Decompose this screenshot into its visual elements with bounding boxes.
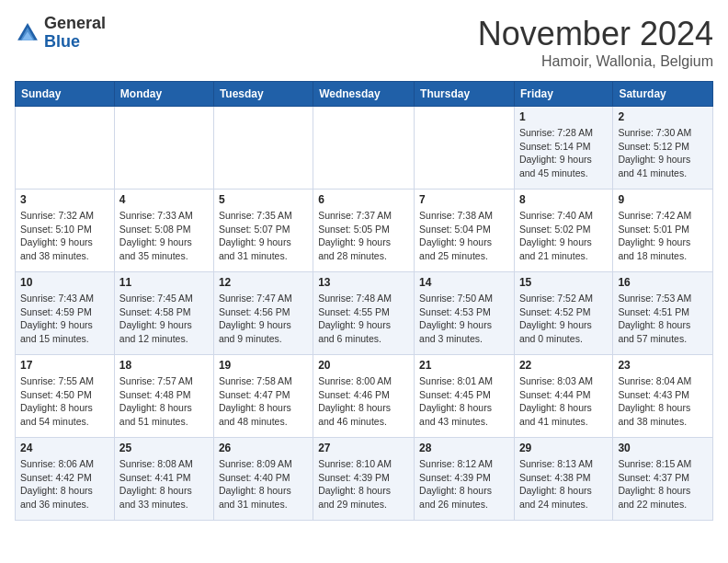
day-number: 10 <box>20 276 109 289</box>
day-info: Sunrise: 8:04 AM Sunset: 4:43 PM Dayligh… <box>618 374 708 429</box>
day-number: 30 <box>618 442 708 454</box>
calendar-cell: 4Sunrise: 7:33 AM Sunset: 5:08 PM Daylig… <box>114 190 213 272</box>
day-number: 29 <box>519 442 608 454</box>
day-info: Sunrise: 8:00 AM Sunset: 4:46 PM Dayligh… <box>318 374 409 429</box>
title-area: November 2024 Hamoir, Wallonia, Belgium <box>478 15 713 70</box>
calendar-cell: 10Sunrise: 7:43 AM Sunset: 4:59 PM Dayli… <box>16 272 115 355</box>
calendar-cell <box>114 107 213 190</box>
day-number: 12 <box>219 276 308 289</box>
calendar-cell: 14Sunrise: 7:50 AM Sunset: 4:53 PM Dayli… <box>415 272 515 355</box>
calendar-week-row: 17Sunrise: 7:55 AM Sunset: 4:50 PM Dayli… <box>16 355 713 438</box>
day-number: 23 <box>618 359 708 372</box>
day-info: Sunrise: 7:45 AM Sunset: 4:58 PM Dayligh… <box>119 292 209 346</box>
day-info: Sunrise: 7:40 AM Sunset: 5:02 PM Dayligh… <box>519 209 608 263</box>
calendar-cell: 1Sunrise: 7:28 AM Sunset: 5:14 PM Daylig… <box>514 107 612 190</box>
day-number: 20 <box>318 359 409 372</box>
day-number: 1 <box>519 110 608 123</box>
calendar-cell: 23Sunrise: 8:04 AM Sunset: 4:43 PM Dayli… <box>613 355 713 438</box>
day-number: 26 <box>219 442 308 454</box>
calendar-cell: 17Sunrise: 7:55 AM Sunset: 4:50 PM Dayli… <box>16 355 115 438</box>
day-info: Sunrise: 8:09 AM Sunset: 4:40 PM Dayligh… <box>219 457 308 511</box>
calendar-cell: 21Sunrise: 8:01 AM Sunset: 4:45 PM Dayli… <box>415 355 515 438</box>
day-info: Sunrise: 7:58 AM Sunset: 4:47 PM Dayligh… <box>219 374 308 429</box>
day-info: Sunrise: 8:15 AM Sunset: 4:37 PM Dayligh… <box>618 457 708 511</box>
day-number: 27 <box>318 442 409 454</box>
day-info: Sunrise: 8:03 AM Sunset: 4:44 PM Dayligh… <box>519 374 608 429</box>
day-info: Sunrise: 7:28 AM Sunset: 5:14 PM Dayligh… <box>519 126 608 180</box>
weekday-header: Tuesday <box>213 82 313 107</box>
day-number: 24 <box>20 442 109 454</box>
weekday-header: Wednesday <box>313 82 415 107</box>
day-info: Sunrise: 7:30 AM Sunset: 5:12 PM Dayligh… <box>618 126 708 180</box>
day-number: 11 <box>119 276 209 289</box>
weekday-header: Saturday <box>613 82 713 107</box>
weekday-header: Friday <box>514 82 612 107</box>
calendar-cell: 3Sunrise: 7:32 AM Sunset: 5:10 PM Daylig… <box>16 190 115 272</box>
location-title: Hamoir, Wallonia, Belgium <box>478 53 713 70</box>
calendar-cell: 25Sunrise: 8:08 AM Sunset: 4:41 PM Dayli… <box>114 438 213 521</box>
calendar-cell: 15Sunrise: 7:52 AM Sunset: 4:52 PM Dayli… <box>514 272 612 355</box>
day-info: Sunrise: 8:08 AM Sunset: 4:41 PM Dayligh… <box>119 457 209 511</box>
day-number: 28 <box>419 442 509 454</box>
calendar-cell: 7Sunrise: 7:38 AM Sunset: 5:04 PM Daylig… <box>415 190 515 272</box>
day-info: Sunrise: 7:32 AM Sunset: 5:10 PM Dayligh… <box>20 209 109 263</box>
month-title: November 2024 <box>478 15 713 53</box>
day-number: 21 <box>419 359 509 372</box>
calendar-cell: 11Sunrise: 7:45 AM Sunset: 4:58 PM Dayli… <box>114 272 213 355</box>
day-info: Sunrise: 8:10 AM Sunset: 4:39 PM Dayligh… <box>318 457 409 511</box>
calendar-cell <box>213 107 313 190</box>
logo-blue-text: Blue <box>44 32 80 51</box>
calendar-cell: 8Sunrise: 7:40 AM Sunset: 5:02 PM Daylig… <box>514 190 612 272</box>
day-number: 4 <box>119 193 209 206</box>
day-number: 19 <box>219 359 308 372</box>
day-info: Sunrise: 7:37 AM Sunset: 5:05 PM Dayligh… <box>318 209 409 263</box>
day-number: 14 <box>419 276 509 289</box>
day-number: 17 <box>20 359 109 372</box>
calendar-cell: 26Sunrise: 8:09 AM Sunset: 4:40 PM Dayli… <box>213 438 313 521</box>
day-info: Sunrise: 7:50 AM Sunset: 4:53 PM Dayligh… <box>419 292 509 346</box>
calendar-week-row: 10Sunrise: 7:43 AM Sunset: 4:59 PM Dayli… <box>16 272 713 355</box>
weekday-header-row: SundayMondayTuesdayWednesdayThursdayFrid… <box>16 82 713 107</box>
calendar-cell: 16Sunrise: 7:53 AM Sunset: 4:51 PM Dayli… <box>613 272 713 355</box>
calendar-cell: 5Sunrise: 7:35 AM Sunset: 5:07 PM Daylig… <box>213 190 313 272</box>
calendar-cell: 13Sunrise: 7:48 AM Sunset: 4:55 PM Dayli… <box>313 272 415 355</box>
day-number: 25 <box>119 442 209 454</box>
weekday-header: Monday <box>114 82 213 107</box>
day-number: 16 <box>618 276 708 289</box>
header: General Blue November 2024 Hamoir, Wallo… <box>15 15 713 70</box>
logo-icon <box>15 20 40 46</box>
day-info: Sunrise: 7:47 AM Sunset: 4:56 PM Dayligh… <box>219 292 308 346</box>
day-info: Sunrise: 7:33 AM Sunset: 5:08 PM Dayligh… <box>119 209 209 263</box>
day-number: 15 <box>519 276 608 289</box>
day-info: Sunrise: 7:38 AM Sunset: 5:04 PM Dayligh… <box>419 209 509 263</box>
day-number: 2 <box>618 110 708 123</box>
day-info: Sunrise: 8:06 AM Sunset: 4:42 PM Dayligh… <box>20 457 109 511</box>
logo-general-text: General <box>44 14 106 32</box>
day-info: Sunrise: 7:42 AM Sunset: 5:01 PM Dayligh… <box>618 209 708 263</box>
calendar-cell: 24Sunrise: 8:06 AM Sunset: 4:42 PM Dayli… <box>16 438 115 521</box>
day-number: 9 <box>618 193 708 206</box>
calendar-cell <box>16 107 115 190</box>
day-info: Sunrise: 8:12 AM Sunset: 4:39 PM Dayligh… <box>419 457 509 511</box>
calendar-week-row: 3Sunrise: 7:32 AM Sunset: 5:10 PM Daylig… <box>16 190 713 272</box>
calendar-cell: 9Sunrise: 7:42 AM Sunset: 5:01 PM Daylig… <box>613 190 713 272</box>
calendar-cell: 29Sunrise: 8:13 AM Sunset: 4:38 PM Dayli… <box>514 438 612 521</box>
calendar-cell <box>415 107 515 190</box>
calendar-cell: 27Sunrise: 8:10 AM Sunset: 4:39 PM Dayli… <box>313 438 415 521</box>
day-info: Sunrise: 7:52 AM Sunset: 4:52 PM Dayligh… <box>519 292 608 346</box>
day-info: Sunrise: 8:13 AM Sunset: 4:38 PM Dayligh… <box>519 457 608 511</box>
day-info: Sunrise: 7:43 AM Sunset: 4:59 PM Dayligh… <box>20 292 109 346</box>
day-number: 7 <box>419 193 509 206</box>
calendar-cell <box>313 107 415 190</box>
day-number: 5 <box>219 193 308 206</box>
calendar-cell: 12Sunrise: 7:47 AM Sunset: 4:56 PM Dayli… <box>213 272 313 355</box>
day-info: Sunrise: 7:35 AM Sunset: 5:07 PM Dayligh… <box>219 209 308 263</box>
calendar-cell: 18Sunrise: 7:57 AM Sunset: 4:48 PM Dayli… <box>114 355 213 438</box>
calendar-cell: 6Sunrise: 7:37 AM Sunset: 5:05 PM Daylig… <box>313 190 415 272</box>
day-info: Sunrise: 8:01 AM Sunset: 4:45 PM Dayligh… <box>419 374 509 429</box>
calendar-week-row: 24Sunrise: 8:06 AM Sunset: 4:42 PM Dayli… <box>16 438 713 521</box>
calendar-cell: 2Sunrise: 7:30 AM Sunset: 5:12 PM Daylig… <box>613 107 713 190</box>
calendar-cell: 30Sunrise: 8:15 AM Sunset: 4:37 PM Dayli… <box>613 438 713 521</box>
day-number: 22 <box>519 359 608 372</box>
calendar-cell: 28Sunrise: 8:12 AM Sunset: 4:39 PM Dayli… <box>415 438 515 521</box>
